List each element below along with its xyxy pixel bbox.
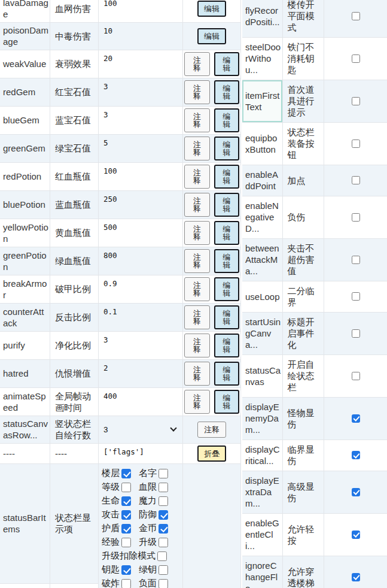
- field-value-cell: 0.9: [98, 275, 182, 303]
- status-bar-item-label: 魔力: [139, 495, 157, 507]
- status-bar-item-checkbox[interactable]: [121, 483, 131, 492]
- flag-checkbox[interactable]: [352, 12, 360, 20]
- table-row: flyNearStair楼传需在楼梯边: [0, 583, 98, 588]
- flag-checkbox[interactable]: [352, 451, 360, 459]
- row-actions: 注释编辑: [182, 219, 240, 247]
- row-count-select[interactable]: 3: [103, 424, 178, 435]
- comment-button[interactable]: 注释: [184, 334, 210, 357]
- edit-button[interactable]: 编辑: [214, 193, 240, 217]
- comment-button[interactable]: 注释: [184, 221, 210, 245]
- edit-button[interactable]: 编辑: [197, 28, 226, 44]
- comment-button[interactable]: 注释: [184, 137, 210, 160]
- comment-button[interactable]: 注释: [184, 165, 210, 189]
- field-key: enableGentleCli...: [242, 514, 282, 556]
- status-bar-item-checkbox[interactable]: [157, 551, 167, 561]
- field-value: 500: [103, 222, 178, 233]
- edit-button[interactable]: 编辑: [197, 1, 226, 17]
- status-bar-item-checkbox[interactable]: [159, 496, 168, 506]
- field-value-cell: 0.1: [98, 304, 182, 331]
- comment-button[interactable]: 注释: [184, 249, 210, 273]
- flag-checkbox[interactable]: [352, 372, 360, 380]
- status-bar-item-checkbox[interactable]: [121, 469, 131, 478]
- flag-checkbox[interactable]: [352, 140, 360, 148]
- field-value-cell: 20: [98, 50, 182, 78]
- comment-button[interactable]: 注释: [184, 193, 210, 217]
- field-value-cell: 10: [98, 23, 182, 50]
- table-row: redGem红宝石值3注释编辑: [0, 78, 240, 106]
- field-key: greenPotion: [0, 247, 50, 275]
- row-actions: 注释编辑: [182, 304, 240, 331]
- flag-checkbox[interactable]: [352, 54, 360, 63]
- status-bar-item-checkbox[interactable]: [159, 538, 168, 547]
- comment-button[interactable]: 注释: [184, 390, 210, 414]
- comment-button[interactable]: 注释: [184, 305, 210, 329]
- empty-actions-cell: [183, 464, 240, 588]
- field-label: 仇恨增值: [50, 360, 98, 387]
- flag-value-cell: [324, 196, 387, 238]
- flag-checkbox[interactable]: [352, 531, 360, 539]
- comment-button[interactable]: 注释: [184, 108, 210, 132]
- field-key: steelDoorWithou...: [242, 38, 282, 80]
- flag-checkbox[interactable]: [352, 97, 360, 105]
- comment-button[interactable]: 注释: [184, 80, 210, 104]
- comment-button[interactable]: 注释: [184, 362, 210, 386]
- status-bar-item-checkbox[interactable]: [159, 469, 168, 478]
- flag-checkbox[interactable]: [352, 488, 360, 496]
- edit-button[interactable]: 编辑: [214, 249, 240, 273]
- flag-checkbox[interactable]: [352, 573, 360, 581]
- edit-button[interactable]: 编辑: [214, 52, 240, 76]
- status-bar-item-checkbox[interactable]: [121, 565, 131, 575]
- status-bar-item-checkbox[interactable]: [121, 496, 131, 506]
- collapse-button[interactable]: 折叠: [197, 445, 226, 462]
- flag-value-cell: [324, 556, 387, 588]
- edit-button[interactable]: 编辑: [214, 80, 240, 104]
- flag-checkbox[interactable]: [352, 414, 360, 423]
- comment-button[interactable]: 注释: [184, 52, 210, 76]
- field-label: ----: [50, 444, 98, 463]
- edit-button[interactable]: 编辑: [214, 221, 240, 245]
- field-value-cell: 250: [98, 191, 182, 219]
- field-value-cell: 3: [98, 107, 182, 134]
- edit-button[interactable]: 编辑: [214, 165, 240, 189]
- status-bar-item-checkbox[interactable]: [159, 483, 168, 492]
- field-key: useLoop: [242, 281, 282, 312]
- flag-checkbox[interactable]: [352, 256, 360, 264]
- field-value-cell: 800: [98, 247, 182, 275]
- flag-checkbox[interactable]: [352, 213, 360, 222]
- status-bar-item-checkbox[interactable]: [159, 510, 168, 520]
- field-key: purify: [0, 332, 50, 359]
- comment-button[interactable]: 注释: [197, 422, 226, 438]
- flag-checkbox[interactable]: [352, 329, 360, 338]
- field-key: bluePotion: [0, 191, 50, 219]
- edit-button[interactable]: 编辑: [214, 334, 240, 357]
- table-row: betweenAttackMa...夹击不超伤害值: [242, 238, 387, 281]
- table-row: startUsingCanva...标题开启事件化: [242, 312, 387, 354]
- field-key: statusCanvasRow...: [0, 416, 50, 443]
- status-bar-item: 负面: [139, 578, 168, 588]
- edit-button[interactable]: 编辑: [214, 362, 240, 386]
- flag-checkbox[interactable]: [352, 292, 360, 301]
- row-actions: 编辑: [182, 0, 240, 22]
- field-key: enableAddPoint: [242, 165, 282, 196]
- edit-button[interactable]: 编辑: [214, 108, 240, 132]
- field-value: 100: [103, 165, 178, 177]
- edit-button[interactable]: 编辑: [214, 305, 240, 329]
- status-bar-items-line: 破炸负面: [102, 577, 182, 588]
- status-bar-item-checkbox[interactable]: [159, 579, 168, 588]
- status-bar-item-checkbox[interactable]: [159, 565, 168, 575]
- status-bar-item-checkbox[interactable]: [121, 510, 131, 520]
- field-key: flyNearStair: [0, 584, 50, 588]
- status-bar-item-checkbox[interactable]: [121, 538, 131, 547]
- status-bar-item-checkbox[interactable]: [121, 579, 131, 588]
- edit-button[interactable]: 编辑: [214, 390, 240, 414]
- status-bar-item-checkbox[interactable]: [121, 524, 131, 534]
- status-bar-item-checkbox[interactable]: [159, 524, 168, 534]
- table-row: breakArmor破甲比例0.9注释编辑: [0, 275, 240, 303]
- field-label: 红宝石值: [50, 78, 98, 106]
- flag-checkbox[interactable]: [352, 176, 360, 184]
- edit-button[interactable]: 编辑: [214, 277, 240, 301]
- field-label: 红血瓶值: [50, 163, 98, 190]
- status-bar-item-label: 金币: [139, 523, 157, 534]
- edit-button[interactable]: 编辑: [214, 137, 240, 160]
- comment-button[interactable]: 注释: [184, 277, 210, 301]
